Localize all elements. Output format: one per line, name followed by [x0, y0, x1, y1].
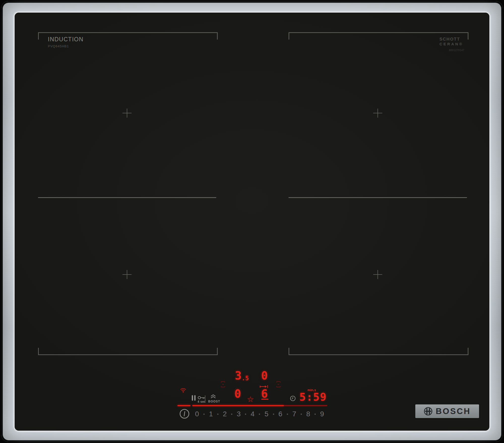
slider-number-5[interactable]: 5: [265, 410, 269, 418]
induction-label: INDUCTION: [48, 36, 83, 43]
slider-number-7[interactable]: 7: [292, 410, 296, 418]
display-front-right-level[interactable]: 6: [261, 388, 268, 399]
boost-button[interactable]: BOOST: [208, 394, 222, 405]
flex-zone-indicator-icon: [221, 381, 225, 388]
slider-dot: [273, 414, 274, 415]
slider-number-8[interactable]: 8: [306, 410, 310, 418]
serial-number: 8001279147: [449, 49, 464, 52]
slider-dot: [314, 414, 316, 415]
flex-zone-indicator-icon: [276, 381, 281, 388]
zone-outline-front-left: [38, 348, 218, 355]
slider-dot: [301, 414, 302, 415]
star-icon[interactable]: ☆: [247, 395, 254, 403]
slider-inactive-track[interactable]: [284, 405, 327, 406]
slider-number-1[interactable]: 1: [209, 410, 213, 418]
back-left-level-value: 3: [235, 370, 242, 381]
slider-segment-left: [177, 405, 191, 406]
key-icon: [198, 396, 205, 400]
schott-ceran-logo: SCHOTT CERAN®: [439, 37, 463, 46]
slider-dot: [231, 414, 232, 415]
slider-dot: [287, 414, 288, 415]
bosch-badge: BOSCH: [415, 404, 479, 418]
zone-divider-left: [38, 197, 216, 198]
slider-number-9[interactable]: 9: [320, 410, 324, 418]
schott-logo-line2: CERAN®: [439, 42, 463, 46]
slider-active-track[interactable]: [192, 405, 284, 406]
pause-button[interactable]: [192, 395, 196, 401]
timer-value[interactable]: 5:59: [299, 392, 327, 402]
childlock-hold-label: 4 sec: [198, 400, 206, 403]
pause-icon: [192, 395, 193, 401]
control-divider: [205, 395, 205, 401]
power-button[interactable]: [180, 409, 189, 419]
model-number: PVQ645HB1: [48, 44, 69, 48]
boost-chevrons-icon: [210, 394, 216, 399]
zone-cross-icon: [122, 109, 132, 118]
slider-number-4[interactable]: 4: [251, 410, 255, 418]
active-zone-underline: [261, 399, 268, 400]
slider-dot: [217, 414, 218, 415]
pause-icon: [194, 395, 196, 401]
bosch-logo-text: BOSCH: [436, 406, 471, 416]
ceramic-glass-surface: INDUCTION PVQ645HB1 SCHOTT CERAN® 800127…: [15, 13, 489, 431]
slider-dot: [245, 414, 246, 415]
zone-cross-icon: [122, 270, 132, 279]
slider-number-3[interactable]: 3: [237, 410, 241, 418]
zone-cross-icon: [373, 109, 382, 118]
slider-number-6[interactable]: 6: [278, 410, 282, 418]
timer-clock-icon[interactable]: [290, 395, 296, 401]
zone-cross-icon: [373, 270, 382, 279]
power-level-slider[interactable]: 0 1 2 3 4 5 6 7 8 9: [195, 410, 324, 419]
slider-dot: [259, 414, 260, 415]
boost-label: BOOST: [208, 400, 220, 403]
display-back-right-level[interactable]: 0: [261, 370, 268, 381]
display-front-left-level[interactable]: 0: [234, 388, 241, 399]
wifi-icon: [180, 388, 186, 393]
slider-number-2[interactable]: 2: [223, 410, 227, 418]
zone-outline-front-right: [289, 348, 468, 355]
back-left-level-decimal: .5: [242, 375, 249, 381]
zone-divider-right: [289, 197, 467, 198]
schott-logo-line1: SCHOTT: [439, 37, 463, 42]
induction-hob: INDUCTION PVQ645HB1 SCHOTT CERAN® 800127…: [0, 0, 504, 443]
slider-number-0[interactable]: 0: [195, 410, 199, 418]
display-back-left-level[interactable]: 3 .5: [235, 370, 249, 381]
slider-dot: [203, 414, 205, 415]
bosch-anchor-icon: [424, 407, 433, 416]
